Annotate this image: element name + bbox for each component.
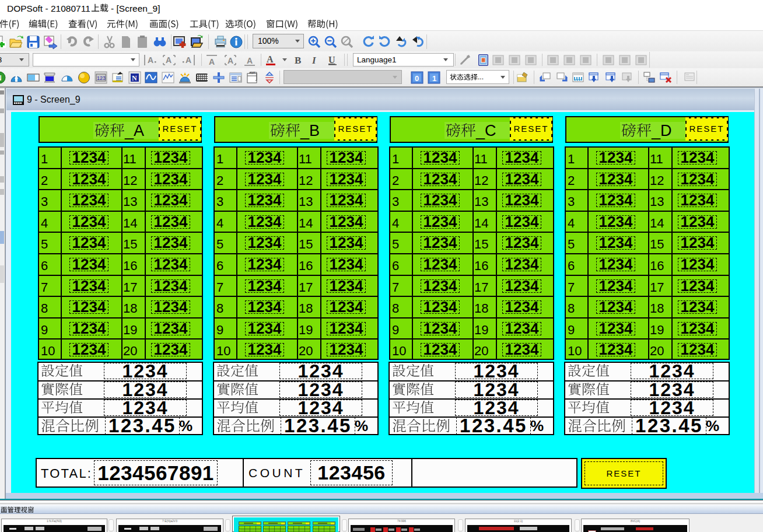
svg-text:A: A [247,56,253,65]
svg-text:U: U [328,55,335,65]
svg-text:A: A [186,55,191,65]
svg-text:A: A [209,57,215,66]
svg-text:123: 123 [97,75,106,81]
svg-text:A: A [166,55,172,65]
svg-text:N: N [0,74,2,82]
svg-text:B: B [295,55,301,66]
svg-text:xyz: xyz [250,71,255,74]
svg-text:A: A [267,54,274,64]
svg-text:N: N [132,74,137,82]
svg-text:A: A [228,56,233,65]
svg-text:1: 1 [432,74,436,83]
svg-text:0: 0 [415,74,419,83]
svg-text:A: A [148,55,153,65]
svg-text:I: I [312,55,317,66]
